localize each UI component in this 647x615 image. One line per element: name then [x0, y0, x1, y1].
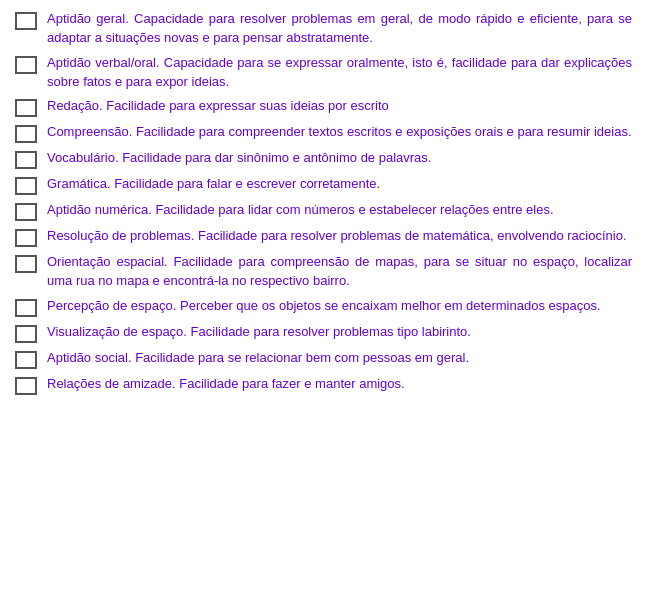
- item-text-7: Aptidão numérica. Facilidade para lidar …: [47, 201, 632, 220]
- checkbox-12[interactable]: [15, 351, 37, 369]
- list-item: Percepção de espaço. Perceber que os obj…: [15, 297, 632, 317]
- checkbox-1[interactable]: [15, 12, 37, 30]
- item-text-3: Redação. Facilidade para expressar suas …: [47, 97, 632, 116]
- checkbox-7[interactable]: [15, 203, 37, 221]
- list-item: Redação. Facilidade para expressar suas …: [15, 97, 632, 117]
- list-item: Aptidão numérica. Facilidade para lidar …: [15, 201, 632, 221]
- aptidao-list: Aptidão geral. Capacidade para resolver …: [15, 10, 632, 395]
- list-item: Compreensão. Facilidade para compreender…: [15, 123, 632, 143]
- list-item: Aptidão geral. Capacidade para resolver …: [15, 10, 632, 48]
- item-text-9: Orientação espacial. Facilidade para com…: [47, 253, 632, 291]
- list-item: Visualização de espaço. Facilidade para …: [15, 323, 632, 343]
- checkbox-2[interactable]: [15, 56, 37, 74]
- checkbox-9[interactable]: [15, 255, 37, 273]
- checkbox-3[interactable]: [15, 99, 37, 117]
- item-text-6: Gramática. Facilidade para falar e escre…: [47, 175, 632, 194]
- item-text-2: Aptidão verbal/oral. Capacidade para se …: [47, 54, 632, 92]
- list-item: Gramática. Facilidade para falar e escre…: [15, 175, 632, 195]
- item-text-1: Aptidão geral. Capacidade para resolver …: [47, 10, 632, 48]
- list-item: Relações de amizade. Facilidade para faz…: [15, 375, 632, 395]
- item-text-11: Visualização de espaço. Facilidade para …: [47, 323, 632, 342]
- checkbox-5[interactable]: [15, 151, 37, 169]
- list-item: Aptidão verbal/oral. Capacidade para se …: [15, 54, 632, 92]
- list-item: Aptidão social. Facilidade para se relac…: [15, 349, 632, 369]
- item-text-8: Resolução de problemas. Facilidade para …: [47, 227, 632, 246]
- list-item: Vocabulário. Facilidade para dar sinônim…: [15, 149, 632, 169]
- list-item: Resolução de problemas. Facilidade para …: [15, 227, 632, 247]
- checkbox-4[interactable]: [15, 125, 37, 143]
- list-item: Orientação espacial. Facilidade para com…: [15, 253, 632, 291]
- checkbox-8[interactable]: [15, 229, 37, 247]
- checkbox-10[interactable]: [15, 299, 37, 317]
- item-text-13: Relações de amizade. Facilidade para faz…: [47, 375, 632, 394]
- checkbox-11[interactable]: [15, 325, 37, 343]
- item-text-5: Vocabulário. Facilidade para dar sinônim…: [47, 149, 632, 168]
- checkbox-13[interactable]: [15, 377, 37, 395]
- checkbox-6[interactable]: [15, 177, 37, 195]
- item-text-10: Percepção de espaço. Perceber que os obj…: [47, 297, 632, 316]
- item-text-4: Compreensão. Facilidade para compreender…: [47, 123, 632, 142]
- item-text-12: Aptidão social. Facilidade para se relac…: [47, 349, 632, 368]
